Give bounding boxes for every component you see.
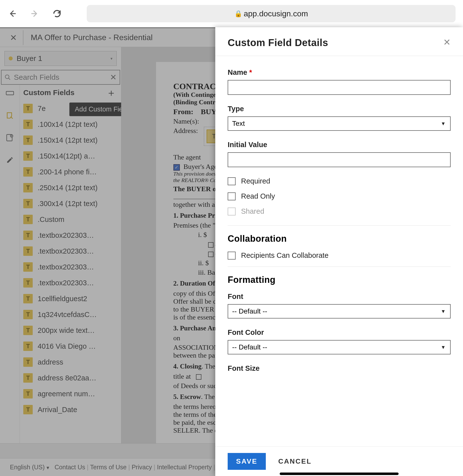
back-icon[interactable] — [7, 9, 17, 19]
type-select[interactable]: Text — [228, 116, 451, 131]
required-checkbox[interactable] — [228, 177, 236, 185]
field-label: 4016 Via Diego … — [38, 342, 96, 350]
field-item[interactable]: T.textbox202303… — [20, 275, 121, 291]
add-field-icon[interactable]: ＋ — [106, 86, 116, 100]
edit-icon[interactable] — [5, 155, 15, 165]
search-field-wrap[interactable]: ✕ — [1, 70, 120, 85]
field-item[interactable]: T.Custom — [20, 212, 121, 227]
tooltip-add-custom-field: Add Custom Field — [69, 103, 121, 116]
document-title: MA Offer to Purchase - Residential — [31, 33, 153, 42]
forward-icon[interactable] — [30, 9, 40, 19]
field-label: .250x14 (12pt text) — [38, 184, 98, 192]
field-item[interactable]: T1q324vtcefdasC… — [20, 307, 121, 322]
search-input[interactable] — [14, 73, 110, 81]
font-color-select[interactable]: -- Default -- — [228, 340, 451, 354]
text-field-icon: T — [23, 167, 33, 177]
footer-link[interactable]: Privacy — [132, 464, 152, 471]
field-label: .150x14 (12pt text) — [38, 136, 98, 144]
field-item[interactable]: T200px wide text… — [20, 322, 121, 338]
field-label: address 8e02aa… — [38, 374, 96, 382]
field-label: 7e — [38, 105, 46, 113]
font-select[interactable]: -- Default -- — [228, 304, 451, 318]
fields-column: Custom Fields ＋ Add Custom Field T7eT.10… — [20, 85, 121, 443]
recipient-name: Buyer 1 — [17, 54, 42, 63]
field-item[interactable]: T.textbox202303… — [20, 243, 121, 259]
text-field-icon: T — [23, 215, 33, 224]
search-icon — [4, 74, 11, 80]
text-field-icon: T — [23, 310, 33, 319]
readonly-checkbox[interactable] — [228, 192, 236, 200]
standard-fields-icon[interactable] — [5, 88, 15, 98]
field-item[interactable]: TArrival_Date — [20, 402, 121, 418]
collaboration-heading: Collaboration — [228, 234, 451, 244]
lock-icon: 🔒 — [234, 10, 242, 18]
text-field-icon: T — [23, 326, 33, 335]
field-label: 1q324vtcefdasC… — [38, 311, 97, 319]
field-label: Arrival_Date — [38, 406, 77, 414]
text-field-icon: T — [23, 357, 33, 367]
font-size-label: Font Size — [228, 364, 451, 372]
name-label: Name * — [228, 68, 451, 77]
url-text: app.docusign.com — [244, 9, 308, 18]
text-field-icon: T — [23, 405, 33, 414]
url-bar[interactable]: 🔒 app.docusign.com — [87, 5, 456, 22]
cancel-button[interactable]: CANCEL — [278, 457, 312, 465]
field-item[interactable]: Taddress — [20, 354, 121, 370]
shared-checkbox — [228, 208, 236, 215]
checkbox-option[interactable] — [196, 374, 201, 380]
field-item[interactable]: T.250x14 (12pt text) — [20, 180, 121, 196]
text-field-icon: T — [23, 389, 33, 398]
text-field-icon: T — [23, 135, 33, 145]
recipient-color-dot — [9, 56, 13, 60]
footer-link[interactable]: Terms of Use — [90, 464, 127, 471]
text-field-icon: T — [23, 104, 33, 113]
close-icon[interactable]: ✕ — [10, 33, 17, 43]
field-item[interactable]: T.textbox202303… — [20, 227, 121, 243]
checkbox-option[interactable] — [208, 242, 214, 248]
checkbox-option[interactable] — [208, 252, 214, 257]
field-item[interactable]: T1cellfieldguest2 — [20, 291, 121, 307]
buyers-agent-checkbox[interactable]: ✓ — [173, 164, 180, 171]
field-item[interactable]: T.textbox202303… — [20, 259, 121, 275]
text-field-icon: T — [23, 151, 33, 161]
footer-link[interactable]: Contact Us — [54, 464, 85, 471]
field-item[interactable]: Tagreement num… — [20, 386, 121, 402]
divider — [23, 30, 23, 45]
text-field-icon: T — [23, 183, 33, 192]
field-item[interactable]: T.200-14 phone fi… — [20, 164, 121, 180]
text-field-icon: T — [23, 120, 33, 129]
recipient-select[interactable]: Buyer 1 ▾ — [4, 51, 117, 66]
clear-icon[interactable]: ✕ — [110, 73, 117, 82]
svg-point-0 — [5, 75, 9, 79]
font-color-label: Font Color — [228, 328, 451, 337]
text-field-icon: T — [23, 294, 33, 303]
initial-value-input[interactable] — [228, 152, 451, 167]
name-input[interactable] — [228, 80, 451, 95]
text-field-icon: T — [23, 278, 33, 288]
footer-link[interactable]: Intellectual Property — [157, 464, 212, 471]
merge-fields-icon[interactable] — [5, 133, 15, 143]
field-item[interactable]: T.150x14 (12pt text) — [20, 132, 121, 148]
field-item[interactable]: T.100x14 (12pt text) — [20, 116, 121, 132]
prefill-icon[interactable] — [5, 110, 15, 120]
field-list[interactable]: T7eT.100x14 (12pt text)T.150x14 (12pt te… — [20, 101, 121, 443]
type-label: Type — [228, 105, 451, 113]
text-field-icon: T — [23, 262, 33, 272]
field-item[interactable]: T.300x14 (12pt text) — [20, 196, 121, 212]
modal-title: Custom Field Details — [228, 37, 328, 48]
toolstrip — [0, 85, 20, 443]
reload-icon[interactable] — [52, 9, 62, 19]
field-item[interactable]: T.150x14(12pt) a… — [20, 148, 121, 164]
svg-rect-1 — [6, 91, 14, 95]
save-button[interactable]: SAVE — [228, 453, 266, 470]
field-label: .150x14(12pt) a… — [38, 152, 95, 160]
language-selector[interactable]: English (US)▼ — [10, 464, 50, 471]
field-item[interactable]: T4016 Via Diego … — [20, 338, 121, 354]
field-label: 1cellfieldguest2 — [38, 295, 87, 303]
app-shell: ✕ MA Offer to Purchase - Residential Buy… — [0, 27, 463, 476]
collaborate-checkbox[interactable] — [228, 252, 236, 260]
custom-field-details-modal: Custom Field Details ✕ Name * Type Text … — [215, 27, 463, 476]
field-label: 200px wide text… — [38, 326, 95, 335]
field-item[interactable]: Taddress 8e02aa… — [20, 370, 121, 386]
close-icon[interactable]: ✕ — [443, 37, 451, 48]
